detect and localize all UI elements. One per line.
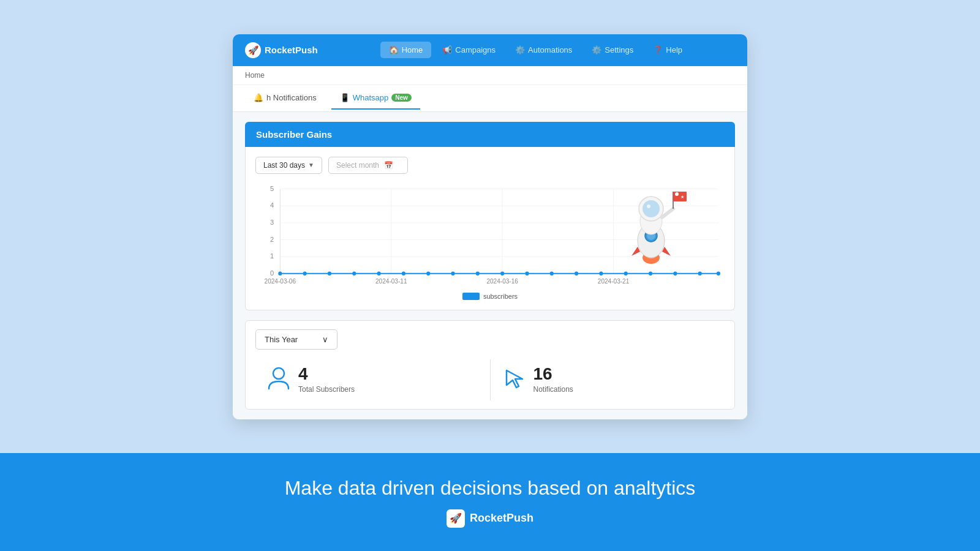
- section-title: Subscriber Gains: [256, 129, 332, 140]
- svg-point-34: [717, 271, 720, 275]
- svg-point-33: [698, 271, 702, 275]
- nav-home-label: Home: [402, 45, 423, 54]
- campaigns-icon: 📢: [442, 45, 452, 54]
- automations-icon: ⚙️: [515, 45, 525, 54]
- main-area: 🚀 RocketPush 🏠 Home 📢 Campaigns ⚙️ Autom…: [0, 0, 980, 453]
- footer-bar: Make data driven decisions based on anal…: [0, 453, 980, 551]
- footer-tagline: Make data driven decisions based on anal…: [285, 477, 696, 500]
- breadcrumb: Home: [233, 66, 747, 85]
- svg-text:1: 1: [270, 252, 274, 260]
- footer-brand-name: RocketPush: [470, 512, 533, 525]
- stats-time-label: This Year: [265, 335, 298, 344]
- svg-text:5: 5: [270, 184, 274, 192]
- nav-automations-label: Automations: [528, 45, 572, 54]
- svg-text:2024-03-06: 2024-03-06: [265, 277, 296, 284]
- svg-text:0: 0: [270, 269, 274, 276]
- stats-grid: 4 Total Subscribers: [255, 359, 725, 400]
- push-notifications-icon: 🔔: [254, 93, 263, 102]
- tab-bar: 🔔 h Notifications 📱 Whatsapp New: [233, 85, 747, 112]
- svg-point-31: [649, 271, 652, 275]
- nav-settings[interactable]: ⚙️ Settings: [583, 42, 642, 58]
- home-icon: 🏠: [389, 45, 399, 54]
- legend-color-box: [462, 293, 480, 300]
- nav-help[interactable]: ❓ Help: [644, 42, 691, 58]
- stats-chevron-icon: ∨: [322, 335, 328, 344]
- nav-links: 🏠 Home 📢 Campaigns ⚙️ Automations ⚙️ Set…: [336, 42, 735, 58]
- whatsapp-badge: New: [391, 94, 412, 102]
- svg-point-24: [476, 271, 480, 275]
- astronaut-illustration: ★: [614, 186, 688, 265]
- svg-point-18: [328, 271, 331, 275]
- nav-home[interactable]: 🏠 Home: [380, 42, 432, 58]
- chart-container: 0 1 2 3 4 5: [255, 182, 725, 287]
- svg-point-27: [550, 271, 554, 275]
- svg-line-50: [662, 209, 673, 217]
- whatsapp-icon: 📱: [340, 93, 350, 102]
- subscribers-icon: [268, 365, 290, 394]
- svg-marker-56: [507, 370, 522, 388]
- time-filter-dropdown[interactable]: Last 30 days ▼: [255, 157, 322, 174]
- calendar-icon: 📅: [384, 161, 393, 170]
- svg-point-29: [599, 271, 603, 275]
- svg-point-26: [525, 271, 529, 275]
- svg-point-30: [624, 271, 628, 275]
- stats-controls: This Year ∨: [255, 329, 725, 350]
- browser-card: 🚀 RocketPush 🏠 Home 📢 Campaigns ⚙️ Autom…: [233, 34, 747, 419]
- tab-whatsapp-label: Whatsapp: [353, 93, 389, 102]
- svg-text:2024-03-21: 2024-03-21: [598, 277, 630, 284]
- stat-notifications-value: 16: [533, 365, 573, 383]
- stat-total-subscribers: 4 Total Subscribers: [255, 359, 490, 400]
- svg-point-23: [451, 271, 455, 275]
- svg-point-21: [402, 271, 405, 275]
- section-header: Subscriber Gains: [245, 122, 735, 147]
- stats-section: This Year ∨ 4: [245, 320, 735, 410]
- stat-notifications-content: 16 Notifications: [533, 365, 573, 394]
- nav-settings-label: Settings: [605, 45, 633, 54]
- svg-text:2024-03-11: 2024-03-11: [375, 277, 407, 284]
- stat-subscribers-value: 4: [298, 365, 355, 383]
- chart-legend: subscribers: [255, 293, 725, 300]
- svg-point-20: [377, 271, 381, 275]
- stats-time-filter[interactable]: This Year ∨: [255, 329, 337, 350]
- svg-point-22: [426, 271, 430, 275]
- svg-point-49: [647, 204, 650, 208]
- month-picker-placeholder: Select month: [336, 161, 379, 170]
- svg-text:4: 4: [270, 201, 274, 209]
- logo-text: RocketPush: [265, 45, 318, 55]
- content-area: Subscriber Gains Last 30 days ▼ Select m…: [233, 112, 747, 419]
- help-icon: ❓: [653, 45, 663, 54]
- svg-text:3: 3: [270, 218, 274, 225]
- svg-point-55: [273, 368, 284, 379]
- svg-text:2: 2: [270, 235, 274, 242]
- svg-point-19: [352, 271, 356, 275]
- legend-label: subscribers: [483, 293, 518, 300]
- svg-point-32: [673, 271, 677, 275]
- nav-help-label: Help: [666, 45, 682, 54]
- stat-notifications: 16 Notifications: [491, 359, 725, 400]
- svg-point-17: [303, 271, 307, 275]
- settings-icon: ⚙️: [592, 45, 601, 54]
- stat-notifications-label: Notifications: [533, 385, 573, 394]
- subscriber-gains-section: Subscriber Gains Last 30 days ▼ Select m…: [245, 122, 735, 310]
- logo-icon: 🚀: [245, 42, 261, 58]
- nav-campaigns-label: Campaigns: [455, 45, 496, 54]
- svg-point-28: [575, 271, 578, 275]
- svg-rect-52: [673, 192, 687, 201]
- svg-point-53: [675, 192, 679, 196]
- tab-push-notifications[interactable]: 🔔 h Notifications: [245, 87, 325, 110]
- tab-whatsapp[interactable]: 📱 Whatsapp New: [331, 87, 420, 110]
- footer-brand: 🚀 RocketPush: [447, 509, 533, 528]
- svg-text:2024-03-16: 2024-03-16: [486, 277, 518, 284]
- breadcrumb-text: Home: [245, 71, 265, 80]
- svg-point-25: [500, 271, 504, 275]
- svg-point-48: [643, 200, 660, 217]
- nav-campaigns[interactable]: 📢 Campaigns: [434, 42, 504, 58]
- section-body: Last 30 days ▼ Select month 📅: [245, 147, 735, 310]
- chart-controls: Last 30 days ▼ Select month 📅: [255, 157, 725, 174]
- notifications-cursor-icon: [503, 365, 525, 394]
- stat-subscribers-content: 4 Total Subscribers: [298, 365, 355, 394]
- chevron-down-icon: ▼: [308, 162, 314, 168]
- nav-logo: 🚀 RocketPush: [245, 42, 318, 58]
- nav-automations[interactable]: ⚙️ Automations: [507, 42, 581, 58]
- month-picker[interactable]: Select month 📅: [328, 157, 408, 174]
